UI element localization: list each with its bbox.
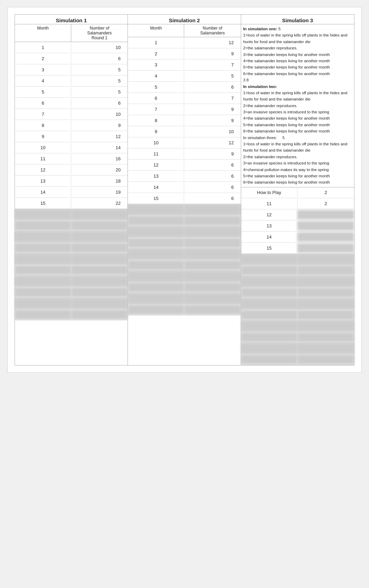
- sim1-value-cell-empty: [71, 310, 128, 319]
- sim2-value-cell-empty: [184, 216, 240, 225]
- sim2-month-cell: 13: [128, 171, 184, 181]
- sim2-value-cell: 6: [184, 82, 240, 92]
- sim1-data-rows: 1 10 2 6 3 5 4 5 5 5 6 6 7 10 8 9 9 12 1…: [15, 42, 128, 209]
- how-to-play-label: How to Play: [241, 188, 298, 197]
- sim1-month-cell: 8: [15, 121, 71, 130]
- sim3-month-cell-empty: [241, 277, 298, 286]
- sim2-month-cell-empty: [128, 205, 184, 214]
- table-row: [241, 354, 354, 365]
- sim3-month-cell-empty: [241, 310, 298, 320]
- sim3-value-cell-empty: [297, 255, 354, 264]
- table-row: 10 12: [128, 137, 240, 148]
- sim2-month-cell-empty: [128, 238, 184, 248]
- sim2-month-cell: 7: [128, 105, 184, 114]
- sim1-value-cell-empty: [71, 265, 128, 275]
- sim1-month-cell-empty: [15, 299, 71, 308]
- sim1-value-cell: 5: [71, 76, 128, 86]
- sim2-month-cell-empty: [128, 272, 184, 281]
- main-grid: Simulation 1 Month Number of Salamanders…: [15, 14, 354, 365]
- sim1-month-cell-empty: [15, 276, 71, 286]
- table-row: [15, 265, 128, 276]
- table-row: [15, 309, 128, 320]
- table-row: 1 12: [128, 37, 240, 48]
- sim3-value-cell-empty: [297, 288, 354, 297]
- sim2-value-cell-empty: [184, 205, 240, 214]
- table-row: [241, 332, 354, 343]
- table-row: [15, 276, 128, 287]
- table-row: [128, 271, 240, 282]
- sim3-sim2line5: 5=the salamander keeps living for anothe…: [243, 122, 352, 128]
- sim2-data-rows: 1 12 2 9 3 7 4 5 5 6 6 7 7 9 8 9 9 10 10…: [128, 37, 240, 204]
- table-row: 12 20: [15, 164, 128, 176]
- sim1-month-cell-empty: [15, 243, 71, 252]
- table-row: [128, 293, 240, 304]
- table-row: 6 6: [15, 98, 128, 109]
- sim3-value-cell: 1: [297, 232, 354, 242]
- sim3-sim3line2: 2=the salamander reproduces.: [243, 154, 352, 160]
- sim3-value-cell-empty: [297, 344, 354, 353]
- sim2-empty-rows: [128, 204, 240, 315]
- table-row: 14 1: [241, 232, 354, 243]
- sim1-month-cell-empty: [15, 288, 71, 297]
- sim2-value-cell: 12: [184, 138, 240, 147]
- table-row: 15 22: [15, 198, 128, 209]
- sim1-value-cell: 5: [71, 65, 128, 74]
- table-row: 5 6: [128, 82, 240, 93]
- sim1-value-cell: 14: [71, 143, 128, 152]
- sim2-value-cell-empty: [184, 283, 240, 292]
- sim1-month-cell: 10: [15, 143, 71, 152]
- sim2-value-cell: 12: [184, 38, 240, 47]
- table-row: [15, 242, 128, 253]
- sim3-value-cell-empty: [297, 355, 354, 364]
- sim1-value-cell-empty: [71, 221, 128, 230]
- table-row: 2 6: [15, 53, 128, 64]
- table-row: 4 5: [128, 71, 240, 82]
- sim2-value-cell: 6: [184, 171, 240, 181]
- sim2-value-cell: 7: [184, 94, 240, 103]
- sim3-line4: 4=the salamander keeps living for anothe…: [243, 58, 352, 64]
- sim2-value-cell: 6: [184, 194, 240, 203]
- sim1-month-cell: 13: [15, 176, 71, 186]
- sim1-value-cell-empty: [71, 276, 128, 286]
- how-to-play-value: 2: [297, 188, 354, 197]
- sim2-title: Simulation 2: [128, 15, 240, 24]
- sim1-value-cell: 22: [71, 199, 128, 208]
- sim2-value-cell-empty: [184, 249, 240, 259]
- sim2-month-cell-empty: [128, 260, 184, 270]
- sim1-month-cell: 1: [15, 43, 71, 52]
- sim1-month-cell: 2: [15, 54, 71, 63]
- sim3-how-to-play-row: How to Play 2: [241, 187, 354, 198]
- table-row: 7 10: [15, 109, 128, 120]
- sim2-month-cell: 5: [128, 82, 184, 92]
- sim3-value-cell: 2: [297, 199, 354, 208]
- sim1-value-cell: 9: [71, 121, 128, 130]
- table-row: [241, 276, 354, 287]
- table-row: 11 9: [128, 148, 240, 160]
- sim2-value-cell: 9: [184, 49, 240, 58]
- simulation-3-section: Simulation 3 In simulation one: 5 1=loss…: [241, 15, 354, 365]
- table-row: 8 9: [15, 120, 128, 131]
- table-row: [241, 298, 354, 309]
- sim3-value-cell-empty: [297, 332, 354, 342]
- sim2-value-cell-empty: [184, 305, 240, 314]
- table-row: 13 1: [241, 220, 354, 232]
- sim2-month-cell-empty: [128, 216, 184, 225]
- sim3-sim2line1: 1=loss of water in the spring kills off …: [243, 90, 352, 103]
- sim3-value-cell: 2: [297, 210, 354, 219]
- sim1-value-cell: 6: [71, 98, 128, 108]
- table-row: [241, 343, 354, 354]
- sim3-line2: 2=the salamander reproduces.: [243, 45, 352, 51]
- table-row: [15, 209, 128, 220]
- sim1-month-cell: 14: [15, 187, 71, 197]
- table-row: 1 10: [15, 42, 128, 53]
- sim2-month-cell: 11: [128, 149, 184, 159]
- sim3-line5: 5=the salamander keeps living for anothe…: [243, 64, 352, 70]
- sim2-value-cell: 7: [184, 60, 240, 70]
- sim2-month-cell: 6: [128, 94, 184, 103]
- sim2-value-cell-empty: [184, 227, 240, 236]
- table-row: 2 9: [128, 48, 240, 59]
- sim3-value-cell: 0: [297, 243, 354, 253]
- sim3-month-cell: 13: [241, 221, 298, 231]
- table-row: 6 7: [128, 93, 240, 104]
- sim1-value-cell-empty: [71, 243, 128, 252]
